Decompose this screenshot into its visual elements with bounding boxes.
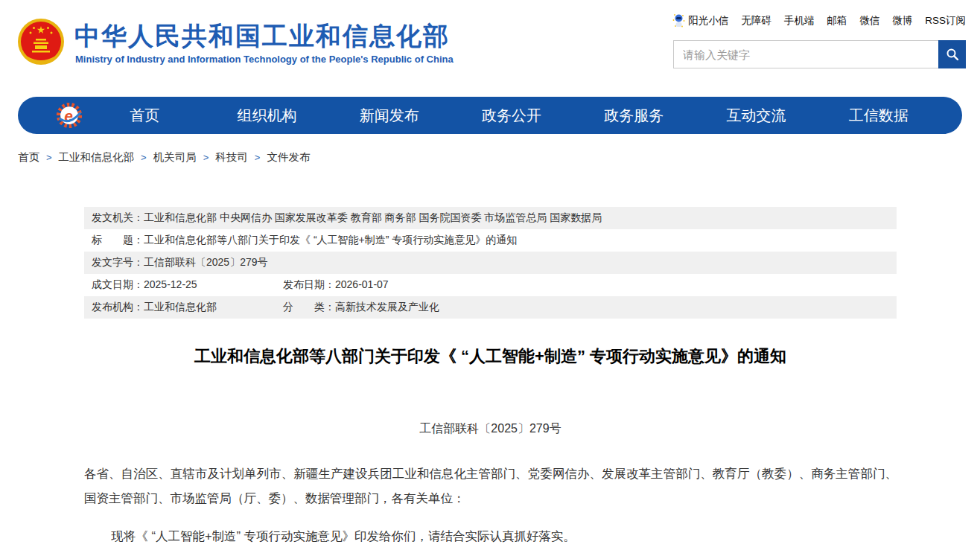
mascot-robot-icon: [672, 13, 685, 28]
nav-item-home[interactable]: 首页: [83, 106, 206, 126]
nav-item-news[interactable]: 新闻发布: [328, 106, 451, 126]
nav-items: 首页 组织机构 新闻发布 政务公开 政务服务 互动交流 工信数据: [83, 106, 940, 126]
breadcrumb-science-tech-dept[interactable]: 科技司: [215, 150, 248, 164]
quick-links: 阳光小信 无障碍 手机端 邮箱 微信 微博 RSS订阅: [672, 13, 966, 28]
breadcrumb: 首页 > 工业和信息化部 > 机关司局 > 科技司 > 文件发布: [18, 150, 310, 164]
search-box: [673, 40, 966, 68]
breadcrumb-separator: >: [255, 152, 261, 163]
meta-row-doc-number: 发文字号： 工信部联科〔2025〕279号: [84, 252, 897, 274]
breadcrumb-document-release[interactable]: 文件发布: [267, 150, 310, 164]
quick-link-rss[interactable]: RSS订阅: [925, 14, 966, 28]
meta-value: 工业和信息化部等八部门关于印发《 “人工智能+制造” 专项行动实施意见》的通知: [144, 234, 517, 247]
meta-label: 发布日期：: [283, 278, 335, 292]
meta-row-dates: 成文日期： 2025-12-25 发布日期： 2026-01-07: [84, 274, 897, 296]
site-header: 中华人民共和国工业和信息化部 Ministry of Industry and …: [0, 0, 980, 91]
search-input[interactable]: [673, 40, 938, 68]
meta-label: 发文机关：: [92, 211, 144, 225]
quick-link-weibo[interactable]: 微博: [892, 14, 912, 28]
nav-item-gov-disclosure[interactable]: 政务公开: [451, 106, 573, 126]
meta-label: 发布机构：: [92, 301, 144, 314]
search-button[interactable]: [938, 40, 966, 68]
breadcrumb-separator: >: [141, 152, 147, 163]
breadcrumb-miit[interactable]: 工业和信息化部: [59, 150, 135, 164]
meta-label: 分 类：: [283, 301, 335, 314]
meta-label: 发文字号：: [92, 256, 144, 269]
quick-link-mail[interactable]: 邮箱: [827, 14, 847, 28]
quick-link-accessibility[interactable]: 无障碍: [741, 14, 771, 28]
meta-row-title: 标 题： 工业和信息化部等八部门关于印发《 “人工智能+制造” 专项行动实施意见…: [84, 229, 897, 252]
national-emblem-icon: [17, 18, 65, 68]
site-title[interactable]: 中华人民共和国工业和信息化部: [74, 19, 450, 54]
document-number: 工信部联科〔2025〕279号: [84, 421, 897, 437]
document-paragraph-addressees: 各省、自治区、直辖市及计划单列市、新疆生产建设兵团工业和信息化主管部门、党委网信…: [84, 461, 897, 511]
meta-row-issuing-authority: 发文机关： 工业和信息化部 中央网信办 国家发展改革委 教育部 商务部 国务院国…: [84, 207, 897, 229]
document-paragraph-notice: 现将《 “人工智能+制造” 专项行动实施意见》印发给你们，请结合实际认真抓好落实…: [84, 524, 897, 549]
meta-value: 2026-01-07: [335, 278, 389, 292]
breadcrumb-separator: >: [46, 152, 52, 163]
meta-label: 成文日期：: [92, 278, 144, 292]
meta-value: 工业和信息化部: [144, 301, 217, 314]
breadcrumb-home[interactable]: 首页: [18, 150, 39, 164]
document-title: 工业和信息化部等八部门关于印发《 “人工智能+制造” 专项行动实施意见》的通知: [84, 345, 897, 368]
quick-link-mobile[interactable]: 手机端: [784, 14, 815, 28]
quick-link-wechat[interactable]: 微信: [859, 14, 879, 28]
meta-value: 高新技术发展及产业化: [335, 301, 439, 314]
main-nav: e 首页 组织机构 新闻发布 政务公开 政务服务 互动交流 工信数据: [18, 97, 962, 134]
site-subtitle: Ministry of Industry and Information Tec…: [75, 54, 454, 65]
miit-logo-icon[interactable]: e: [55, 101, 83, 130]
nav-item-gov-services[interactable]: 政务服务: [573, 106, 695, 126]
meta-row-publisher-category: 发布机构： 工业和信息化部 分 类： 高新技术发展及产业化: [84, 296, 897, 319]
quick-link-label: 阳光小信: [688, 14, 728, 28]
meta-value: 工业和信息化部 中央网信办 国家发展改革委 教育部 商务部 国务院国资委 市场监…: [144, 211, 602, 225]
breadcrumb-separator: >: [203, 152, 209, 163]
breadcrumb-departments[interactable]: 机关司局: [153, 150, 197, 164]
nav-item-miit-data[interactable]: 工信数据: [818, 106, 940, 126]
page: 中华人民共和国工业和信息化部 Ministry of Industry and …: [0, 0, 980, 556]
nav-item-interaction[interactable]: 互动交流: [695, 106, 817, 126]
meta-value: 工信部联科〔2025〕279号: [144, 256, 268, 269]
search-icon: [946, 48, 959, 61]
meta-value: 2025-12-25: [144, 278, 197, 292]
document-meta-table: 发文机关： 工业和信息化部 中央网信办 国家发展改革委 教育部 商务部 国务院国…: [84, 207, 897, 319]
quick-link-sunshine[interactable]: 阳光小信: [672, 13, 728, 28]
meta-label: 标 题：: [92, 234, 144, 247]
nav-item-organization[interactable]: 组织机构: [206, 106, 328, 126]
